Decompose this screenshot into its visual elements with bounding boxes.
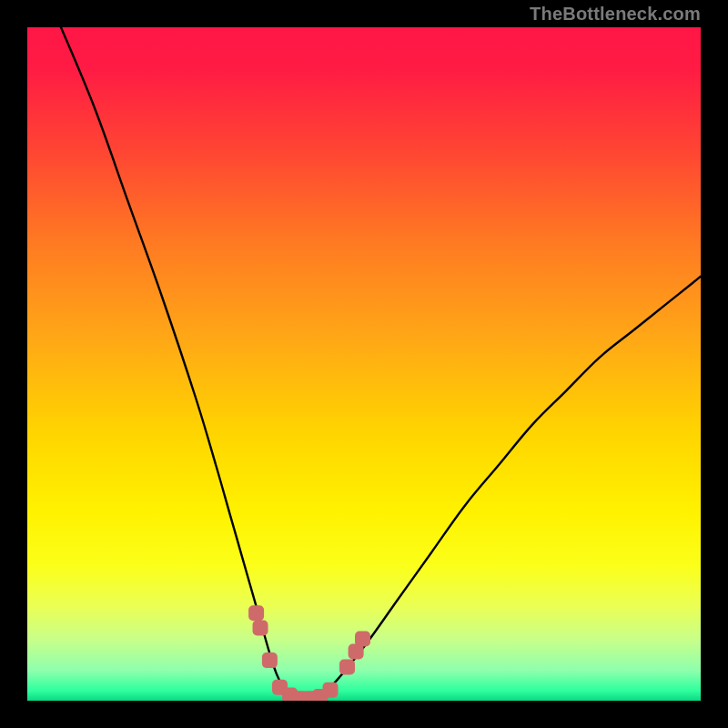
curve-marker: [248, 605, 264, 621]
curve-marker: [323, 682, 339, 698]
watermark-text: TheBottleneck.com: [530, 4, 701, 25]
plot-area: [27, 27, 701, 701]
curve-marker: [253, 621, 268, 636]
curve-marker: [355, 631, 370, 646]
curve-marker: [339, 660, 355, 675]
chart-frame: TheBottleneck.com: [0, 0, 728, 728]
bottleneck-curve: [27, 27, 701, 701]
curve-marker: [262, 652, 278, 668]
